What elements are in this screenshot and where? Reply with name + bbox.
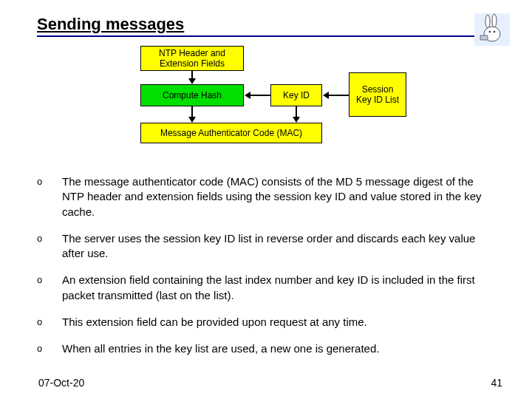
svg-point-4 [489, 31, 491, 33]
list-item: o The message authenticator code (MAC) c… [37, 174, 495, 219]
box-compute-hash: Compute Hash [140, 84, 244, 106]
bullet-text: An extension field containing the last i… [62, 273, 495, 303]
box-mac: Message Authenticator Code (MAC) [140, 123, 322, 143]
arrow-head [245, 92, 250, 99]
list-item: o When all entries in the key list are u… [37, 341, 495, 356]
svg-point-3 [492, 14, 497, 27]
svg-point-5 [494, 31, 496, 33]
bullet-text: This extension field can be provided upo… [62, 315, 495, 330]
title-bar: Sending messages [37, 15, 495, 37]
footer-date: 07-Oct-20 [38, 377, 84, 389]
bullet-marker: o [37, 341, 62, 356]
page-title: Sending messages [37, 15, 184, 34]
arrow-head [293, 117, 300, 123]
box-key-id: Key ID [270, 84, 322, 106]
list-item: o An extension field containing the last… [37, 273, 495, 303]
footer-page: 41 [491, 377, 502, 389]
arrow [250, 95, 270, 96]
bullet-list: o The message authenticator code (MAC) c… [37, 174, 495, 356]
bullet-marker: o [37, 174, 62, 219]
bullet-marker: o [37, 315, 62, 330]
svg-rect-6 [480, 35, 488, 40]
footer: 07-Oct-20 41 [38, 377, 502, 389]
arrow [329, 95, 349, 96]
list-item: o This extension field can be provided u… [37, 315, 495, 330]
svg-point-2 [485, 15, 490, 28]
bullet-text: When all entries in the key list are use… [62, 341, 495, 356]
bullet-text: The server uses the session key ID list … [62, 231, 495, 262]
rabbit-logo [474, 13, 510, 46]
list-item: o The server uses the session key ID lis… [37, 231, 495, 262]
box-session-list: Session Key ID List [349, 72, 406, 117]
arrow-head [188, 78, 196, 84]
flow-diagram: NTP Header and Extension Fields Compute … [126, 46, 480, 164]
box-ntp-header: NTP Header and Extension Fields [140, 46, 244, 71]
slide: Sending messages NTP Header and Extensio… [0, 0, 532, 399]
bullet-marker: o [37, 231, 62, 262]
bullet-marker: o [37, 273, 62, 303]
arrow-head [188, 117, 196, 123]
bullet-text: The message authenticator code (MAC) con… [62, 174, 495, 219]
arrow-head [323, 92, 329, 99]
